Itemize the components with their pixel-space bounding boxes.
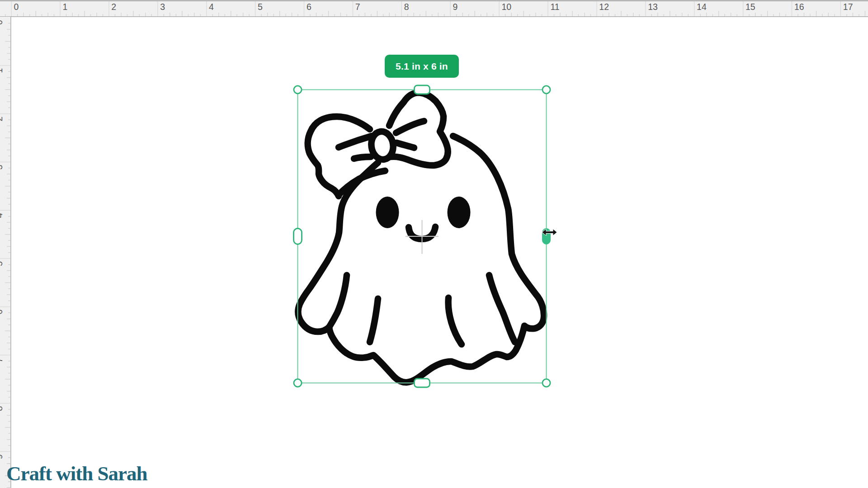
- svg-text:12: 12: [599, 2, 609, 12]
- svg-text:2: 2: [0, 117, 4, 122]
- svg-text:3: 3: [0, 165, 4, 170]
- svg-text:7: 7: [0, 358, 4, 363]
- svg-text:4: 4: [0, 213, 4, 218]
- svg-text:16: 16: [794, 2, 804, 12]
- svg-text:9: 9: [0, 454, 4, 459]
- svg-text:6: 6: [0, 310, 4, 314]
- svg-text:0: 0: [14, 2, 19, 12]
- svg-text:8: 8: [404, 2, 409, 12]
- svg-text:17: 17: [843, 2, 853, 12]
- svg-text:5: 5: [0, 261, 4, 266]
- svg-text:2: 2: [111, 2, 116, 12]
- svg-text:11: 11: [550, 2, 559, 12]
- svg-text:3: 3: [160, 2, 165, 12]
- svg-text:1: 1: [62, 2, 67, 12]
- svg-text:10: 10: [502, 2, 512, 12]
- svg-text:13: 13: [648, 2, 658, 12]
- svg-text:Craft with Sarah: Craft with Sarah: [6, 462, 147, 485]
- svg-text:9: 9: [453, 2, 458, 12]
- svg-text:5.1 in x 6 in: 5.1 in x 6 in: [396, 61, 448, 71]
- svg-text:6: 6: [307, 2, 311, 12]
- svg-text:1: 1: [0, 68, 4, 73]
- svg-text:15: 15: [745, 2, 755, 12]
- svg-text:0: 0: [0, 20, 4, 25]
- svg-text:4: 4: [209, 2, 214, 12]
- svg-text:5: 5: [258, 2, 263, 12]
- svg-text:14: 14: [697, 2, 707, 12]
- svg-text:8: 8: [0, 406, 4, 411]
- svg-text:7: 7: [355, 2, 360, 12]
